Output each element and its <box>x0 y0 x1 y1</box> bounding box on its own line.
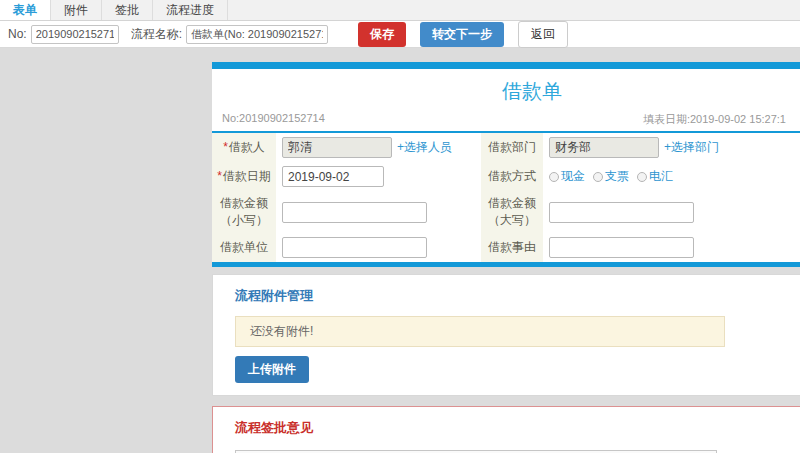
back-button[interactable]: 返回 <box>518 21 568 48</box>
radio-icon <box>593 172 603 182</box>
select-department-link[interactable]: +选择部门 <box>664 139 719 156</box>
loan-date-label: *借款日期 <box>212 162 276 191</box>
no-label: No: <box>8 27 27 41</box>
process-name-input[interactable] <box>186 25 328 44</box>
bottom-accent-bar <box>212 262 800 267</box>
department-label: 借款部门 <box>481 133 543 162</box>
forward-next-step-button[interactable]: 转交下一步 <box>420 22 504 47</box>
borrower-input[interactable] <box>282 137 392 158</box>
loan-reason-input[interactable] <box>549 237 694 258</box>
radio-cheque-label: 支票 <box>605 168 629 185</box>
loan-form-panel: 借款单 No:20190902152714 填表日期:2019-09-02 15… <box>212 62 800 267</box>
select-person-link[interactable]: +选择人员 <box>397 139 452 156</box>
process-name-label: 流程名称: <box>131 26 182 43</box>
tab-attachments[interactable]: 附件 <box>51 0 102 20</box>
tab-form[interactable]: 表单 <box>0 0 51 20</box>
loan-method-label: 借款方式 <box>481 162 543 191</box>
amount-lowercase-input[interactable] <box>282 202 427 223</box>
loan-date-input[interactable] <box>282 166 384 187</box>
radio-wire-transfer-label: 电汇 <box>649 168 673 185</box>
radio-cash-label: 现金 <box>561 168 585 185</box>
approval-heading: 流程签批意见 <box>235 419 800 437</box>
loan-method-radios: 现金 支票 电汇 <box>549 168 673 185</box>
form-table: *借款人 +选择人员 借款部门 +选择部门 *借款日期 借款方式 <box>212 133 800 262</box>
loan-reason-label: 借款事由 <box>481 233 543 262</box>
top-accent-bar <box>212 62 800 69</box>
upload-attachment-button[interactable]: 上传附件 <box>235 356 309 383</box>
radio-cash[interactable]: 现金 <box>549 168 585 185</box>
radio-icon <box>549 172 559 182</box>
attachment-panel: 流程附件管理 还没有附件! 上传附件 <box>212 274 800 396</box>
no-input[interactable] <box>31 25 119 44</box>
department-input[interactable] <box>549 137 659 158</box>
amount-lowercase-label: 借款金额（小写） <box>212 191 276 233</box>
tab-bar: 表单 附件 签批 流程进度 <box>0 0 800 21</box>
amount-uppercase-label: 借款金额（大写） <box>481 191 543 233</box>
tab-process-progress[interactable]: 流程进度 <box>153 0 228 20</box>
no-attachment-message: 还没有附件! <box>235 316 725 347</box>
radio-wire-transfer[interactable]: 电汇 <box>637 168 673 185</box>
form-fill-date: 填表日期:2019-09-02 15:27:1 <box>643 112 800 127</box>
form-meta-row: No:20190902152714 填表日期:2019-09-02 15:27:… <box>212 112 800 131</box>
main-content: 借款单 No:20190902152714 填表日期:2019-09-02 15… <box>212 62 800 453</box>
save-button[interactable]: 保存 <box>358 22 406 47</box>
loan-unit-label: 借款单位 <box>212 233 276 262</box>
borrower-label: *借款人 <box>212 133 276 162</box>
tab-approval[interactable]: 签批 <box>102 0 153 20</box>
attachment-heading: 流程附件管理 <box>235 287 800 305</box>
radio-icon <box>637 172 647 182</box>
amount-uppercase-input[interactable] <box>549 202 694 223</box>
required-marker: * <box>217 169 222 183</box>
required-marker: * <box>223 140 228 154</box>
loan-unit-input[interactable] <box>282 237 427 258</box>
action-toolbar: No: 流程名称: 保存 转交下一步 返回 <box>0 21 800 48</box>
form-doc-no: No:20190902152714 <box>222 112 325 127</box>
approval-panel: 流程签批意见 B I abc <box>212 406 800 453</box>
radio-cheque[interactable]: 支票 <box>593 168 629 185</box>
form-title: 借款单 <box>212 69 800 112</box>
